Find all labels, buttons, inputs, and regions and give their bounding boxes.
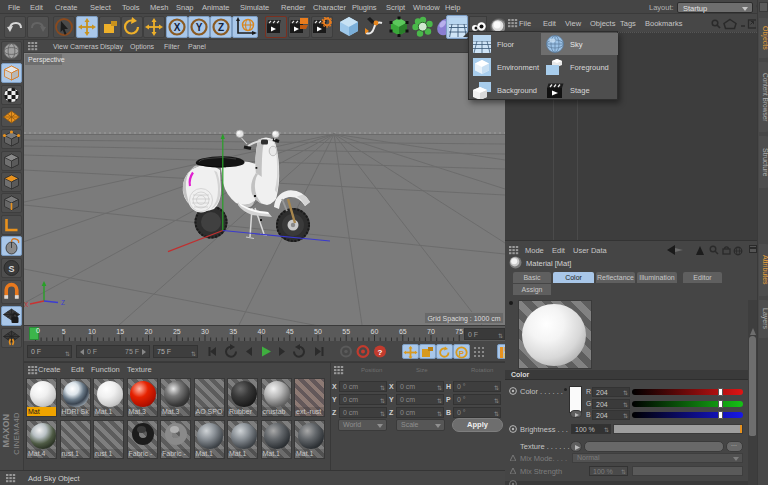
svg-text:X: X (24, 301, 29, 308)
svg-text:?: ? (378, 348, 383, 357)
svg-text:X: X (174, 22, 181, 33)
svg-text:45: 45 (286, 328, 294, 335)
svg-text:10: 10 (88, 328, 96, 335)
svg-text:25: 25 (173, 328, 181, 335)
svg-text:20: 20 (145, 328, 153, 335)
svg-text:S: S (8, 264, 14, 274)
svg-text:P: P (459, 349, 465, 358)
svg-text:5: 5 (62, 328, 66, 335)
svg-text:15: 15 (116, 328, 124, 335)
svg-text:Z: Z (61, 299, 65, 306)
svg-text:50: 50 (314, 328, 322, 335)
svg-text:75: 75 (455, 328, 463, 335)
svg-text:40: 40 (258, 328, 266, 335)
svg-text:60: 60 (371, 328, 379, 335)
svg-text:Y: Y (196, 22, 203, 33)
svg-text:Z: Z (218, 22, 224, 33)
svg-text:70: 70 (427, 328, 435, 335)
svg-text:35: 35 (229, 328, 237, 335)
svg-text:55: 55 (342, 328, 350, 335)
svg-text:65: 65 (399, 328, 407, 335)
svg-text:30: 30 (201, 328, 209, 335)
